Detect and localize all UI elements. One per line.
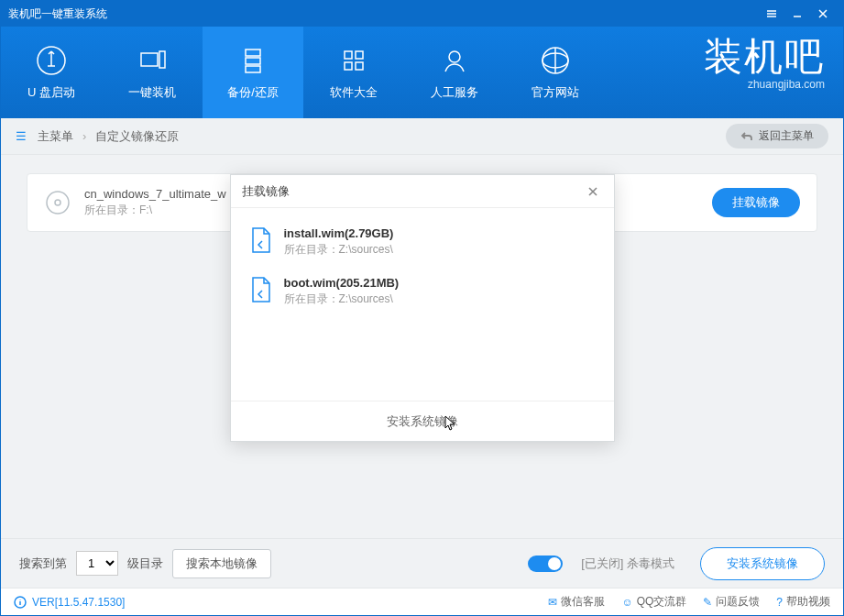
nav-one-click[interactable]: 一键装机 (102, 27, 203, 118)
version-text: VER[11.5.47.1530] (32, 596, 125, 609)
svg-rect-6 (345, 51, 352, 59)
nav-label: 一键装机 (128, 84, 176, 101)
back-label: 返回主菜单 (759, 128, 814, 144)
svg-point-13 (47, 192, 69, 214)
breadcrumb: ☰ 主菜单 › 自定义镜像还原 返回主菜单 (1, 118, 843, 155)
nav-label: 官方网站 (532, 84, 579, 101)
mount-image-modal: 挂载镜像 install.wim(2.79GB) 所在目录：Z:\sources… (230, 174, 615, 442)
wim-item-boot[interactable]: boot.wim(205.21MB) 所在目录：Z:\sources\ (244, 267, 601, 316)
link-feedback[interactable]: ✎问题反馈 (703, 594, 760, 610)
nav-label: 备份/还原 (227, 84, 279, 101)
nav-backup-restore[interactable]: 备份/还原 (203, 27, 303, 118)
search-prefix: 搜索到第 (19, 556, 67, 572)
grid-icon (337, 44, 370, 77)
minimize-button[interactable] (784, 1, 810, 27)
file-icon (249, 276, 273, 303)
modal-title: 挂载镜像 (242, 183, 290, 200)
server-icon (236, 44, 269, 77)
headset-icon (438, 44, 471, 77)
link-wechat[interactable]: ✉微信客服 (548, 594, 605, 610)
link-qq[interactable]: ☺QQ交流群 (621, 594, 686, 610)
logo: 装机吧 zhuangjiba.com (704, 38, 825, 91)
modal-close-button[interactable] (583, 182, 603, 202)
logo-text: 装机吧 (704, 38, 825, 76)
nav-software[interactable]: 软件大全 (303, 27, 404, 118)
breadcrumb-current: 自定义镜像还原 (92, 128, 182, 145)
back-to-main-button[interactable]: 返回主菜单 (726, 124, 828, 148)
wechat-icon: ✉ (548, 596, 557, 609)
wim-name: boot.wim(205.21MB) (284, 276, 400, 290)
svg-rect-3 (246, 50, 260, 56)
chevron-right-icon: › (77, 129, 92, 143)
nav-label: 人工服务 (431, 84, 478, 101)
nav-label: U 盘启动 (27, 84, 75, 101)
svg-rect-2 (159, 51, 165, 68)
qq-icon: ☺ (621, 596, 632, 609)
undo-icon (740, 130, 753, 143)
file-icon (249, 226, 273, 254)
app-title: 装机吧一键重装系统 (8, 6, 759, 22)
svg-rect-4 (246, 58, 260, 64)
level-select[interactable]: 1 (76, 551, 118, 576)
modal-header: 挂载镜像 (231, 175, 614, 208)
nav-label: 软件大全 (330, 84, 378, 101)
level-suffix: 级目录 (127, 556, 163, 572)
bottom-bar: 搜索到第 1 级目录 搜索本地镜像 [已关闭] 杀毒模式 安装系统镜像 (1, 538, 843, 588)
modal-body: install.wim(2.79GB) 所在目录：Z:\sources\ boo… (231, 208, 614, 401)
nav-support[interactable]: 人工服务 (404, 27, 505, 118)
link-help-video[interactable]: ?帮助视频 (776, 594, 830, 610)
svg-rect-5 (246, 66, 260, 72)
logo-subtitle: zhuangjiba.com (704, 78, 825, 91)
svg-rect-1 (141, 53, 158, 66)
help-icon: ? (776, 596, 783, 609)
usb-icon (35, 44, 68, 77)
svg-point-10 (449, 51, 460, 62)
antivirus-status: [已关闭] 杀毒模式 (581, 556, 674, 572)
install-system-button[interactable]: 安装系统镜像 (700, 547, 825, 580)
computer-icon (136, 44, 169, 77)
svg-rect-9 (356, 62, 363, 70)
wim-name: install.wim(2.79GB) (284, 226, 394, 240)
svg-rect-7 (356, 51, 363, 59)
statusbar: VER[11.5.47.1530] ✉微信客服 ☺QQ交流群 ✎问题反馈 ?帮助… (1, 588, 843, 615)
close-button[interactable] (810, 1, 836, 27)
nav-website[interactable]: 官方网站 (505, 27, 606, 118)
titlebar: 装机吧一键重装系统 (1, 1, 843, 27)
wim-item-install[interactable]: install.wim(2.79GB) 所在目录：Z:\sources\ (244, 217, 601, 267)
wim-path: 所在目录：Z:\sources\ (284, 292, 400, 307)
globe-icon (539, 44, 572, 77)
breadcrumb-root[interactable]: 主菜单 (34, 128, 77, 145)
nav-usb-boot[interactable]: U 盘启动 (1, 27, 102, 118)
modal-install-button[interactable]: 安装系统镜像 (231, 401, 614, 441)
mount-image-button[interactable]: 挂载镜像 (712, 188, 800, 217)
close-icon (587, 186, 598, 197)
disc-icon (44, 189, 71, 216)
svg-point-14 (55, 200, 60, 205)
search-local-button[interactable]: 搜索本地镜像 (172, 549, 271, 578)
navbar: U 盘启动 一键装机 备份/还原 软件大全 人工服务 官方网站 装机吧 zhua… (1, 27, 843, 118)
menu-button[interactable] (759, 1, 784, 27)
chat-icon: ✎ (703, 596, 712, 609)
svg-rect-8 (345, 62, 352, 70)
list-icon: ☰ (16, 129, 27, 143)
info-icon (14, 596, 27, 609)
wim-path: 所在目录：Z:\sources\ (284, 242, 394, 258)
cursor-icon (444, 414, 458, 431)
antivirus-toggle[interactable] (528, 556, 563, 572)
